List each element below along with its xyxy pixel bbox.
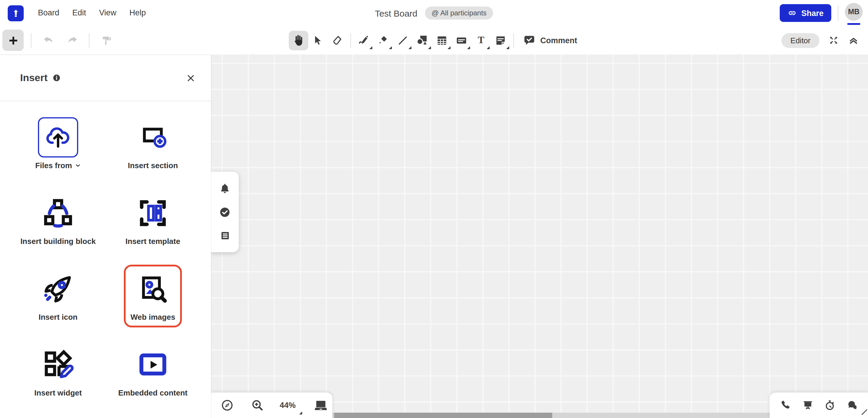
zoom-in-icon [251, 398, 264, 412]
insert-item-building-block[interactable]: Insert building block [11, 189, 105, 252]
card-icon [455, 34, 467, 46]
board-title[interactable]: Test Board [375, 8, 417, 18]
compass-icon [220, 398, 234, 412]
call-button[interactable] [779, 399, 792, 412]
zoom-dropdown-caret [299, 412, 302, 414]
notes-list-button[interactable] [219, 230, 231, 242]
building-block-icon [41, 197, 75, 230]
horizontal-scrollbar-thumb[interactable] [334, 413, 552, 418]
zoom-level-button[interactable]: 44% [277, 397, 300, 413]
avatar[interactable]: MB [845, 3, 863, 21]
insert-item-widget[interactable]: Insert widget [11, 341, 105, 403]
screen-share-button[interactable] [802, 399, 814, 412]
divider [513, 33, 514, 48]
editor-mode-badge[interactable]: Editor [781, 33, 819, 48]
presentation-screen-icon [802, 399, 814, 412]
avatar-presence-indicator [847, 23, 860, 25]
toolbar-center: T Comment [288, 31, 580, 50]
tool-comment[interactable]: Comment [520, 34, 580, 47]
insert-item-label: Embedded content [118, 388, 188, 397]
timer-button[interactable] [824, 399, 836, 412]
bell-icon [219, 182, 231, 195]
redo-icon [65, 34, 79, 47]
presentation-mode-button[interactable] [310, 398, 332, 413]
table-icon [435, 34, 448, 46]
tool-shapes[interactable] [412, 31, 432, 50]
shapes-icon [415, 34, 429, 47]
insert-item-label: Web images [130, 313, 175, 321]
double-chevron-up-icon [848, 35, 859, 46]
resize-grip-icon[interactable] [862, 407, 867, 417]
menu-board[interactable]: Board [31, 0, 66, 26]
zoom-level-value: 44% [280, 401, 296, 410]
cloud-upload-icon [38, 117, 78, 158]
tool-dropdown-caret [408, 46, 411, 49]
avatar-wrap: MB [845, 0, 863, 26]
insert-panel: Insert [0, 55, 211, 418]
tool-eraser[interactable] [328, 31, 347, 50]
tool-pan-hand[interactable] [288, 31, 308, 50]
widget-icon [41, 348, 75, 381]
highlighter-icon [377, 34, 389, 46]
insert-item-label: Insert template [126, 237, 180, 246]
undo-button[interactable] [38, 31, 58, 50]
insert-item-label: Insert icon [38, 313, 78, 321]
menu-view[interactable]: View [93, 0, 123, 26]
link-icon [788, 8, 797, 18]
info-icon[interactable] [53, 73, 61, 82]
chat-button[interactable] [846, 399, 858, 412]
insert-item-files-from[interactable]: Files from [11, 113, 105, 176]
insert-item-embedded-content[interactable]: Embedded content [105, 341, 200, 403]
board-canvas[interactable] [211, 55, 868, 418]
share-button[interactable]: Share [780, 4, 831, 22]
side-mini-toolbar [211, 172, 239, 252]
insert-item-template[interactable]: Insert template [105, 189, 200, 252]
fullscreen-button[interactable] [828, 35, 839, 45]
insert-item-label: Insert building block [21, 237, 96, 246]
app-logo-icon[interactable] [8, 5, 24, 21]
phone-icon [779, 399, 792, 412]
insert-item-label: Insert section [128, 161, 178, 170]
collapse-toolbar-button[interactable] [848, 35, 859, 46]
tool-table[interactable] [432, 31, 452, 50]
participants-badge[interactable]: @ All participants [425, 6, 493, 20]
insert-panel-header: Insert [0, 55, 211, 101]
notifications-button[interactable] [219, 182, 231, 195]
menu-edit[interactable]: Edit [66, 0, 93, 26]
tool-text[interactable]: T [471, 31, 491, 50]
add-content-button[interactable] [2, 30, 24, 51]
chat-icon [846, 399, 858, 412]
tool-sticky-note[interactable] [491, 31, 510, 50]
menu-bar-right: Share MB [780, 0, 868, 26]
redo-button[interactable] [62, 31, 82, 50]
format-painter-button[interactable] [97, 31, 116, 50]
zoom-in-button[interactable] [247, 398, 268, 412]
insert-item-icon[interactable]: Insert icon [11, 265, 105, 327]
tool-highlighter[interactable] [373, 31, 393, 50]
menu-help[interactable]: Help [123, 0, 153, 26]
fullscreen-icon [828, 35, 839, 45]
section-icon [137, 122, 168, 153]
bottom-left-controls: 44% [211, 392, 332, 418]
horizontal-scrollbar[interactable] [332, 413, 771, 418]
insert-item-label: Insert widget [34, 388, 82, 397]
close-panel-button[interactable] [184, 71, 198, 85]
tool-card[interactable] [452, 31, 471, 50]
undo-icon [42, 34, 55, 47]
tool-line[interactable] [393, 31, 412, 50]
tool-draw-pen[interactable] [354, 31, 373, 50]
laptop-icon [313, 398, 328, 413]
menu-list: Board Edit View Help [31, 0, 152, 26]
locate-button[interactable] [217, 398, 238, 412]
tool-select-cursor[interactable] [308, 31, 328, 50]
bottom-right-controls [770, 392, 868, 418]
sticky-note-icon [494, 34, 506, 46]
insert-options-grid: Files from Insert section [0, 101, 211, 403]
board-title-group: Test Board @ All participants [375, 0, 493, 26]
tool-dropdown-caret [506, 46, 509, 49]
chevron-down-icon [74, 162, 81, 169]
insert-item-section[interactable]: Insert section [105, 113, 200, 176]
insert-item-web-images[interactable]: Web images [105, 265, 200, 327]
divider [31, 33, 31, 48]
tasks-button[interactable] [219, 206, 231, 219]
